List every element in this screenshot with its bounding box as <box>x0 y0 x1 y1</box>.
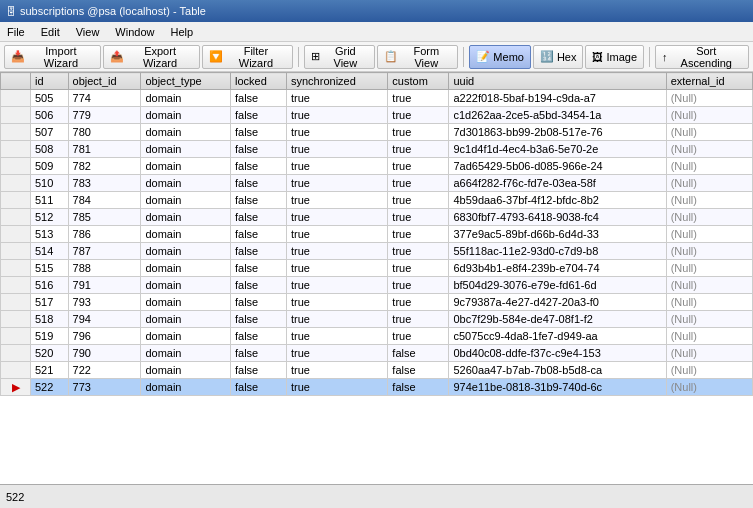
col-header-custom[interactable]: custom <box>388 73 449 90</box>
col-header-object-id[interactable]: object_id <box>68 73 141 90</box>
cell-locked: false <box>231 124 287 141</box>
cell-synchronized: true <box>287 209 388 226</box>
cell-object_type: domain <box>141 294 231 311</box>
table-row[interactable]: 514787domainfalsetruetrue55f118ac-11e2-9… <box>1 243 753 260</box>
cell-locked: false <box>231 362 287 379</box>
cell-locked: false <box>231 226 287 243</box>
cell-external_id: (Null) <box>666 226 752 243</box>
table-row[interactable]: 516791domainfalsetruetruebf504d29-3076-e… <box>1 277 753 294</box>
table-row[interactable]: 520790domainfalsetruefalse0bd40c08-ddfe-… <box>1 345 753 362</box>
cell-external_id: (Null) <box>666 311 752 328</box>
cell-external_id: (Null) <box>666 209 752 226</box>
cell-external_id: (Null) <box>666 328 752 345</box>
cell-locked: false <box>231 277 287 294</box>
cell-synchronized: true <box>287 175 388 192</box>
cell-id: 520 <box>31 345 69 362</box>
row-indicator <box>1 294 31 311</box>
menu-file[interactable]: File <box>4 26 28 38</box>
table-row[interactable]: 512785domainfalsetruetrue6830fbf7-4793-6… <box>1 209 753 226</box>
col-header-uuid[interactable]: uuid <box>449 73 666 90</box>
cell-external_id: (Null) <box>666 192 752 209</box>
filter-label: Filter Wizard <box>226 45 285 69</box>
menu-window[interactable]: Window <box>112 26 157 38</box>
grid-view-button[interactable]: ⊞ Grid View <box>304 45 376 69</box>
row-indicator <box>1 107 31 124</box>
table-row[interactable]: 515788domainfalsetruetrue6d93b4b1-e8f4-2… <box>1 260 753 277</box>
table-row[interactable]: 510783domainfalsetruetruea664f282-f76c-f… <box>1 175 753 192</box>
cell-id: 512 <box>31 209 69 226</box>
cell-external_id: (Null) <box>666 379 752 396</box>
col-header-external-id[interactable]: external_id <box>666 73 752 90</box>
cell-object_type: domain <box>141 328 231 345</box>
cell-uuid: 7d301863-bb99-2b08-517e-76 <box>449 124 666 141</box>
table-row[interactable]: 519796domainfalsetruetruec5075cc9-4da8-1… <box>1 328 753 345</box>
filter-wizard-button[interactable]: 🔽 Filter Wizard <box>202 45 292 69</box>
sort-ascending-button[interactable]: ↑ Sort Ascending <box>655 45 749 69</box>
cell-locked: false <box>231 294 287 311</box>
table-row[interactable]: 507780domainfalsetruetrue7d301863-bb99-2… <box>1 124 753 141</box>
cell-external_id: (Null) <box>666 124 752 141</box>
cell-uuid: a664f282-f76c-fd7e-03ea-58f <box>449 175 666 192</box>
col-header-locked[interactable]: locked <box>231 73 287 90</box>
hex-button[interactable]: 🔢 Hex <box>533 45 584 69</box>
row-indicator <box>1 226 31 243</box>
cell-custom: true <box>388 141 449 158</box>
table-row[interactable]: 511784domainfalsetruetrue4b59daa6-37bf-4… <box>1 192 753 209</box>
table-row[interactable]: 521722domainfalsetruefalse5260aa47-b7ab-… <box>1 362 753 379</box>
cell-uuid: 55f118ac-11e2-93d0-c7d9-b8 <box>449 243 666 260</box>
cell-synchronized: true <box>287 294 388 311</box>
cell-external_id: (Null) <box>666 260 752 277</box>
table-row[interactable]: 508781domainfalsetruetrue9c1d4f1d-4ec4-b… <box>1 141 753 158</box>
cell-object_type: domain <box>141 379 231 396</box>
cell-uuid: bf504d29-3076-e79e-fd61-6d <box>449 277 666 294</box>
cell-object_id: 785 <box>68 209 141 226</box>
table-row[interactable]: 517793domainfalsetruetrue9c79387a-4e27-d… <box>1 294 753 311</box>
col-header-id[interactable]: id <box>31 73 69 90</box>
cell-id: 514 <box>31 243 69 260</box>
export-wizard-button[interactable]: 📤 Export Wizard <box>103 45 200 69</box>
menu-edit[interactable]: Edit <box>38 26 63 38</box>
col-header-object-type[interactable]: object_type <box>141 73 231 90</box>
cell-id: 521 <box>31 362 69 379</box>
cell-external_id: (Null) <box>666 141 752 158</box>
cell-synchronized: true <box>287 107 388 124</box>
cell-object_id: 793 <box>68 294 141 311</box>
cell-object_type: domain <box>141 311 231 328</box>
import-wizard-button[interactable]: 📥 Import Wizard <box>4 45 101 69</box>
cell-id: 518 <box>31 311 69 328</box>
menu-view[interactable]: View <box>73 26 103 38</box>
cell-id: 505 <box>31 90 69 107</box>
cell-object_id: 784 <box>68 192 141 209</box>
cell-object_id: 788 <box>68 260 141 277</box>
export-icon: 📤 <box>110 50 124 63</box>
table-container[interactable]: id object_id object_type locked synchron… <box>0 72 753 484</box>
table-row[interactable]: 518794domainfalsetruetrue0bc7f29b-584e-d… <box>1 311 753 328</box>
row-indicator <box>1 192 31 209</box>
col-header-rownum[interactable] <box>1 73 31 90</box>
cell-id: 515 <box>31 260 69 277</box>
cell-object_type: domain <box>141 141 231 158</box>
cell-custom: true <box>388 107 449 124</box>
separator-2 <box>463 47 464 67</box>
menu-help[interactable]: Help <box>167 26 196 38</box>
import-label: Import Wizard <box>28 45 94 69</box>
table-row[interactable]: 513786domainfalsetruetrue377e9ac5-89bf-d… <box>1 226 753 243</box>
cell-id: 513 <box>31 226 69 243</box>
hex-label: Hex <box>557 51 577 63</box>
table-row[interactable]: 506779domainfalsetruetruec1d262aa-2ce5-a… <box>1 107 753 124</box>
cell-locked: false <box>231 192 287 209</box>
form-view-button[interactable]: 📋 Form View <box>377 45 458 69</box>
memo-button[interactable]: 📝 Memo <box>469 45 531 69</box>
form-icon: 📋 <box>384 50 398 63</box>
row-indicator <box>1 209 31 226</box>
col-header-synchronized[interactable]: synchronized <box>287 73 388 90</box>
table-row[interactable]: 509782domainfalsetruetrue7ad65429-5b06-d… <box>1 158 753 175</box>
image-button[interactable]: 🖼 Image <box>585 45 644 69</box>
row-indicator <box>1 362 31 379</box>
cell-custom: true <box>388 243 449 260</box>
table-row[interactable]: 505774domainfalsetruetruea222f018-5baf-b… <box>1 90 753 107</box>
cell-custom: true <box>388 192 449 209</box>
table-row[interactable]: ▶522773domainfalsetruefalse974e11be-0818… <box>1 379 753 396</box>
cell-id: 522 <box>31 379 69 396</box>
cell-object_type: domain <box>141 90 231 107</box>
